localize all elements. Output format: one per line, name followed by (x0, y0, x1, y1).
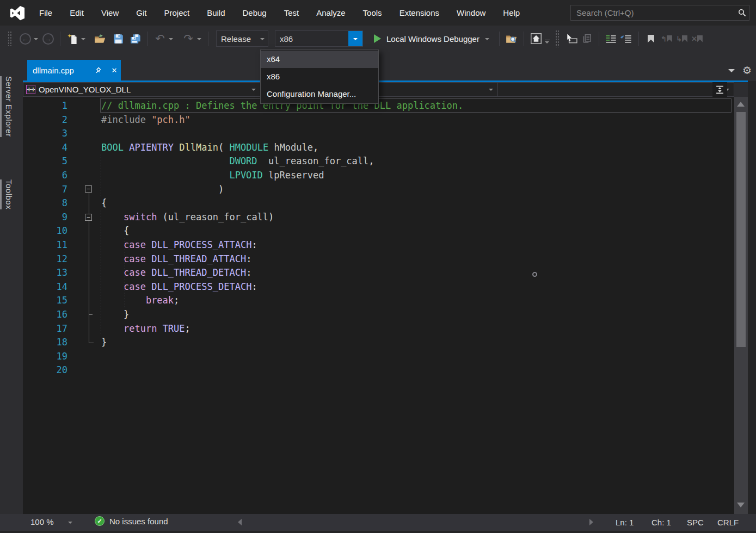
code-line[interactable]: 2#include "pch.h" (23, 113, 734, 127)
spaces-indicator[interactable]: SPC (687, 518, 704, 527)
debug-target-caret[interactable] (485, 38, 489, 42)
code-line[interactable]: 9 switch (ul_reason_for_call) (23, 210, 734, 225)
navbar-project-dropdown[interactable]: ✛✛ OpenVINO_YOLOX_DLL (23, 83, 261, 96)
pin-icon[interactable] (95, 67, 108, 74)
code-line[interactable]: 15 break; (23, 294, 734, 308)
menu-item[interactable]: Git (127, 0, 155, 26)
code-line[interactable]: 19 (23, 350, 734, 364)
undo-dropdown-caret[interactable] (169, 38, 173, 42)
menu-item[interactable]: Build (198, 0, 233, 26)
code-line[interactable]: 4BOOL APIENTRY DllMain( HMODULE hModule, (23, 141, 734, 155)
clear-bookmarks-button[interactable]: ✕ (689, 30, 704, 47)
menu-item[interactable]: Test (275, 0, 308, 26)
hscroll-left-arrow[interactable] (238, 519, 242, 525)
redo-button[interactable]: ↷ (181, 30, 196, 47)
editor-vertical-scrollbar[interactable] (734, 97, 748, 514)
line-number: 12 (23, 252, 74, 266)
fold-collapse-box[interactable]: − (85, 214, 92, 221)
code-line[interactable]: 11 case DLL_PROCESS_ATTACH: (23, 238, 734, 252)
toggle-bookmark-button[interactable] (643, 30, 659, 47)
toolbar-overflow-button[interactable] (545, 40, 550, 46)
search-box[interactable]: Search (Ctrl+Q) (570, 5, 749, 21)
code-line[interactable]: 16 } (23, 308, 734, 322)
code-line[interactable]: 8{ (23, 196, 734, 210)
code-line[interactable]: 12 case DLL_THREAD_ATTACH: (23, 252, 734, 266)
previous-bookmark-button[interactable]: ↰ (659, 30, 674, 47)
code-line[interactable]: 10 { (23, 224, 734, 238)
configuration-caret[interactable] (257, 35, 268, 42)
code-line[interactable]: 3 (23, 127, 734, 141)
home-button[interactable] (528, 30, 544, 47)
menu-item[interactable]: File (30, 0, 61, 26)
redo-dropdown-caret[interactable] (197, 38, 201, 42)
find-in-files-button[interactable] (504, 30, 519, 47)
code-line[interactable]: 20 (23, 363, 734, 377)
new-file-button[interactable] (65, 30, 80, 47)
scroll-up-arrow[interactable] (737, 102, 745, 107)
code-line[interactable]: 6 LPVOID lpReserved (23, 169, 734, 183)
save-button[interactable] (110, 30, 126, 47)
tab-dllmain-cpp[interactable]: dllmain.cpp ✕ (27, 60, 121, 81)
menu-item[interactable]: Tools (354, 0, 391, 26)
code-text: switch (ul_reason_for_call) (101, 210, 274, 225)
platform-dropdown-item[interactable]: x64 (261, 51, 378, 68)
new-file-dropdown-caret[interactable] (81, 38, 85, 42)
scroll-down-arrow[interactable] (737, 503, 745, 507)
menu-item[interactable]: Help (494, 0, 528, 26)
editor-split-handle[interactable] (712, 82, 727, 97)
sync-document-button[interactable] (579, 30, 594, 47)
solution-platform-combo[interactable]: x86 (275, 30, 363, 47)
platform-dropdown-item[interactable]: Configuration Manager... (261, 85, 378, 103)
code-line[interactable]: 14 case DLL_PROCESS_DETACH: (23, 280, 734, 294)
fold-collapse-box[interactable]: − (85, 185, 92, 193)
column-indicator[interactable]: Ch: 1 (651, 518, 671, 527)
glyph-margin (74, 196, 101, 210)
menu-item[interactable]: Analyze (308, 0, 354, 26)
menu-item[interactable]: Debug (234, 0, 275, 26)
menu-item[interactable]: Edit (61, 0, 93, 26)
save-all-button[interactable] (128, 30, 143, 47)
code-text: { (101, 196, 107, 210)
platform-caret-open[interactable] (348, 31, 362, 46)
gear-icon[interactable]: ⚙ (742, 64, 752, 77)
menu-item[interactable]: Extensions (391, 0, 448, 26)
open-file-button[interactable] (92, 30, 107, 47)
solution-configuration-combo[interactable]: Release (216, 30, 268, 47)
code-line[interactable]: 17 return TRUE; (23, 322, 734, 336)
navigate-back-button[interactable]: ← (17, 30, 33, 47)
code-editor[interactable]: 1// dllmain.cpp : Defines the entry poin… (23, 97, 734, 514)
left-tool-rail: Server Explorer Toolbox (0, 60, 23, 514)
cursor-window-icon (566, 34, 577, 44)
menu-item[interactable]: View (93, 0, 127, 26)
start-debugging-button[interactable]: Local Windows Debugger (374, 34, 491, 44)
scrollbar-thumb[interactable] (736, 112, 746, 347)
code-text: BOOL APIENTRY DllMain( HMODULE hModule, (101, 141, 318, 155)
format-indent-button[interactable] (604, 30, 619, 47)
document-health-indicator[interactable]: ✓ No issues found (95, 516, 168, 526)
menu-item[interactable]: Window (448, 0, 494, 26)
line-ending-indicator[interactable]: CRLF (717, 518, 739, 527)
hscroll-right-arrow[interactable] (589, 519, 593, 525)
navbar-member-dropdown[interactable] (498, 83, 734, 96)
next-bookmark-button[interactable]: ↳ (674, 30, 689, 47)
unindent-button[interactable] (619, 30, 634, 47)
menu-item[interactable]: Project (155, 0, 198, 26)
sidebar-tab-server-explorer[interactable]: Server Explorer (4, 76, 14, 137)
toolbar-drag-handle[interactable] (555, 30, 560, 47)
navigate-back-dropdown-caret[interactable] (34, 38, 38, 42)
platform-dropdown-item[interactable]: x86 (261, 68, 378, 85)
navigate-to-button[interactable] (564, 30, 579, 47)
code-line[interactable]: 13 case DLL_THREAD_DETACH: (23, 266, 734, 280)
navigate-forward-button[interactable]: → (40, 30, 56, 47)
close-tab-icon[interactable]: ✕ (108, 66, 121, 75)
sidebar-tab-toolbox[interactable]: Toolbox (4, 179, 14, 209)
zoom-level-combo[interactable]: 100 % (30, 517, 72, 526)
code-line[interactable]: 7 ) (23, 183, 734, 197)
undo-button[interactable]: ↶ (152, 30, 168, 47)
code-line[interactable]: 18} (23, 336, 734, 350)
search-icon[interactable] (735, 9, 749, 17)
line-indicator[interactable]: Ln: 1 (616, 518, 634, 527)
tab-list-caret-icon[interactable] (728, 69, 735, 76)
toolbar-drag-handle[interactable] (8, 31, 12, 46)
code-line[interactable]: 5 DWORD ul_reason_for_call, (23, 154, 734, 169)
